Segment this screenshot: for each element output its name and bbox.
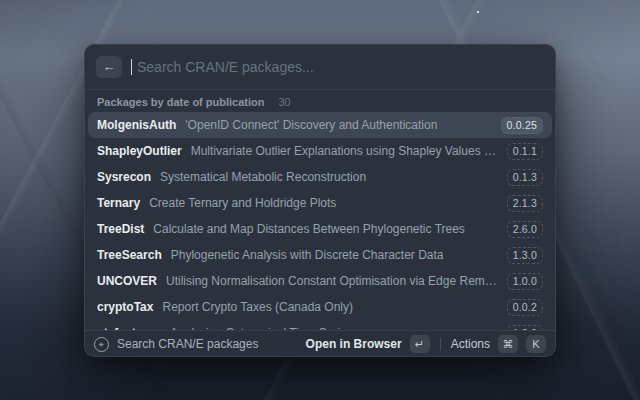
package-description: Report Crypto Taxes (Canada Only) (162, 300, 497, 314)
section-header: Packages by date of publication 30 (84, 90, 556, 108)
section-count: 30 (279, 96, 291, 108)
command-key-icon: ⌘ (498, 335, 518, 353)
package-description: Create Ternary and Holdridge Plots (149, 196, 498, 210)
package-version-badge: 0.0.25 (501, 117, 543, 134)
package-name: TreeDist (97, 222, 144, 236)
text-caret (131, 59, 132, 75)
package-row[interactable]: TreeDist Calculate and Map Distances Bet… (88, 216, 552, 242)
package-version-badge: 0.0.2 (507, 299, 543, 316)
footer-separator (440, 338, 441, 351)
package-name: TreeSearch (97, 248, 162, 262)
package-row[interactable]: Sysrecon Systematical Metabolic Reconstr… (88, 164, 552, 190)
package-row[interactable]: Ternary Create Ternary and Holdridge Plo… (88, 190, 552, 216)
raycast-window: ← Search CRAN/E packages... Packages by … (84, 44, 556, 357)
package-row[interactable]: cryptoTax Report Crypto Taxes (Canada On… (88, 294, 552, 320)
package-row[interactable]: ShapleyOutlier Multivariate Outlier Expl… (88, 138, 552, 164)
actions-button[interactable]: Actions (451, 337, 490, 351)
package-name: Sysrecon (97, 170, 151, 184)
k-key-icon: K (526, 335, 546, 353)
open-in-browser-action[interactable]: Open in Browser (306, 337, 402, 351)
footer-command-label: Search CRAN/E packages (117, 337, 258, 351)
package-description: Phylogenetic Analysis with Discrete Char… (171, 248, 498, 262)
extension-glyph: ✳ (99, 341, 105, 348)
footer-bar: ✳ Search CRAN/E packages Open in Browser… (84, 330, 556, 357)
package-version-badge: 2.6.0 (507, 221, 543, 238)
back-arrow-icon: ← (103, 59, 116, 74)
package-version-badge: 0.1.1 (507, 143, 543, 160)
package-description: Multivariate Outlier Explanations using … (191, 144, 498, 158)
package-name: UNCOVER (97, 274, 157, 288)
package-version-badge: 1.0.0 (507, 273, 543, 290)
package-row[interactable]: UNCOVER Utilising Normalisation Constant… (88, 268, 552, 294)
package-name: ShapleyOutlier (97, 144, 182, 158)
package-description: Utilising Normalisation Constant Optimis… (166, 274, 498, 288)
package-row[interactable]: TreeSearch Phylogenetic Analysis with Di… (88, 242, 552, 268)
package-name: cryptoTax (97, 300, 153, 314)
section-title: Packages by date of publication (97, 96, 265, 108)
return-key-icon: ↵ (410, 335, 430, 353)
crane-extension-icon: ✳ (94, 337, 109, 352)
search-bar: ← Search CRAN/E packages... (84, 44, 556, 89)
package-name: MolgenisAuth (97, 118, 176, 132)
package-name: Ternary (97, 196, 140, 210)
package-list: MolgenisAuth 'OpenID Connect' Discovery … (84, 108, 556, 330)
package-description: Calculate and Map Distances Between Phyl… (153, 222, 497, 236)
search-input[interactable]: Search CRAN/E packages... (137, 59, 314, 75)
package-version-badge: 1.3.0 (507, 247, 543, 264)
package-version-badge: 2.1.3 (507, 195, 543, 212)
package-row[interactable]: ctsfeatures Analyzing Categorical Time S… (88, 320, 552, 330)
package-description: 'OpenID Connect' Discovery and Authentic… (185, 118, 491, 132)
package-row[interactable]: MolgenisAuth 'OpenID Connect' Discovery … (88, 112, 552, 138)
package-description: Systematical Metabolic Reconstruction (160, 170, 498, 184)
package-version-badge: 0.1.3 (507, 169, 543, 186)
back-button[interactable]: ← (96, 56, 122, 78)
